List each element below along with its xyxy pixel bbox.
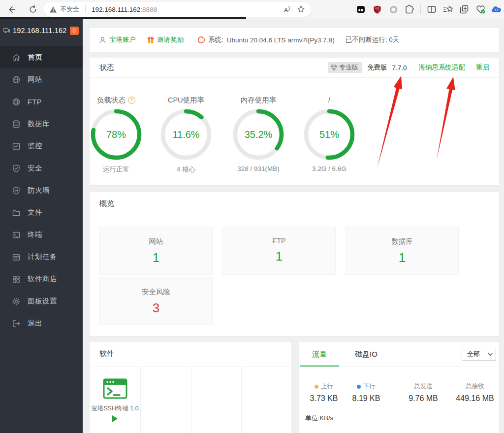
gift-icon	[147, 36, 155, 44]
sidebar-item-label: 退出	[28, 319, 42, 328]
interface-filter-select[interactable]: 全部	[462, 348, 496, 361]
sidebar-item-firewall[interactable]: 防火墙	[0, 179, 83, 201]
tab-disk-io[interactable]: 磁盘IO	[344, 342, 388, 366]
card-value: 1	[346, 250, 458, 266]
traffic-panel: 流量 磁盘IO 全部 上行 3.73 KB 下行 8.19 KB 总发送 9.7…	[299, 342, 499, 433]
reader-extension-icon[interactable]	[355, 4, 366, 15]
sidebar-item-label: 安全	[28, 164, 42, 173]
browser-essentials-icon[interactable]	[475, 4, 486, 15]
sidebar-item-website[interactable]: 网站	[0, 68, 83, 91]
sidebar-item-files[interactable]: 文件	[0, 201, 83, 224]
card-value: 1	[100, 250, 212, 266]
gear-icon	[12, 297, 21, 306]
sidebar-item-security[interactable]: 安全	[0, 157, 83, 179]
account-label: 宝塔账户	[109, 35, 136, 44]
sidebar-item-settings[interactable]: 面板设置	[0, 290, 83, 312]
software-item-ssh-terminal[interactable]: 宝塔SSH终端 1.0	[90, 366, 140, 433]
sidebar-item-label: 监控	[28, 141, 42, 151]
card-value: 1	[223, 249, 335, 264]
server-monitor-icon	[3, 26, 10, 35]
ftp-globe-icon	[12, 98, 21, 106]
grid-divider	[191, 366, 191, 433]
chevron-down-icon	[488, 353, 493, 356]
sidebar-item-label: 防火墙	[28, 186, 50, 195]
system-info: 系统: Ubuntu 20.04.6 LTS armv7l(Py3.7.8)	[197, 35, 335, 44]
play-icon[interactable]	[112, 415, 118, 422]
edition-label: 免费版	[367, 63, 387, 72]
tab-traffic[interactable]: 流量	[300, 342, 339, 366]
sidebar-item-appstore[interactable]: 软件商店	[0, 268, 83, 290]
extensions-puzzle-icon[interactable]	[404, 4, 415, 15]
collections-icon[interactable]	[442, 4, 453, 15]
gauge-load: 负载状态? 78% 运行正常	[79, 95, 153, 174]
sidebar-item-home[interactable]: 首页	[0, 46, 83, 68]
grid-divider	[140, 366, 141, 433]
split-screen-icon[interactable]	[426, 4, 437, 15]
card-value: 3	[100, 300, 212, 316]
gauge-cpu: CPU使用率 11.6% 4 核心	[149, 95, 223, 174]
favorite-star-icon[interactable]	[297, 5, 305, 13]
overview-card-security-risk[interactable]: 安全风险 3	[99, 277, 213, 325]
card-label: 网站	[100, 237, 212, 246]
traffic-tabs: 流量 磁盘IO 全部	[299, 342, 499, 366]
gauge-title: 内存使用率	[241, 96, 277, 105]
gauge-caption: 运行正常	[79, 165, 153, 174]
terminal-icon	[12, 231, 21, 239]
refresh-icon[interactable]	[26, 2, 40, 17]
sidebar-item-ftp[interactable]: FTP	[0, 91, 83, 113]
ublock-shield-icon[interactable]: UO	[372, 4, 382, 15]
profile-cloud-icon[interactable]	[491, 4, 502, 15]
invite-reward-link[interactable]: 邀请奖励	[147, 35, 184, 44]
shield-check-icon	[12, 164, 21, 173]
url-port: :8888	[140, 6, 157, 13]
message-count-badge[interactable]: 0	[70, 27, 79, 35]
globe-icon	[12, 75, 21, 84]
database-icon	[12, 120, 21, 129]
sidebar-item-monitor[interactable]: 监控	[0, 135, 83, 157]
home-icon	[12, 53, 21, 62]
address-bar[interactable]: 不安全 192.168.111.162 :8888 A)	[43, 2, 311, 17]
sidebar-item-label: 网站	[28, 75, 42, 84]
ring-extension-icon[interactable]	[388, 4, 399, 15]
server-ip-header[interactable]: 192.168.111.162 0	[0, 19, 83, 35]
pro-version-badge[interactable]: 专业版	[328, 62, 362, 73]
sidebar: 192.168.111.162 0 首页 网站 FTP 数据库 监控 安全	[0, 19, 83, 433]
sidebar-item-logout[interactable]: 退出	[0, 312, 83, 334]
sidebar-item-cron[interactable]: 计划任务	[0, 246, 83, 268]
card-label: FTP	[223, 237, 335, 245]
server-ip: 192.168.111.162	[13, 27, 67, 34]
sidebar-item-terminal[interactable]: 终端	[0, 224, 83, 246]
overview-card-website[interactable]: 网站 1	[99, 227, 213, 275]
svg-text:UO: UO	[375, 6, 379, 9]
security-label: 不安全	[60, 5, 79, 14]
gauge-caption: 3.2G / 6.6G	[292, 165, 366, 172]
gauge-memory: 内存使用率 35.2% 328 / 931(MB)	[221, 95, 295, 172]
grid-divider	[241, 366, 242, 433]
restart-link[interactable]: 重启	[476, 63, 489, 72]
ssh-terminal-app-icon	[101, 375, 129, 402]
chart-monitor-icon	[12, 142, 21, 151]
window-edge-strip	[0, 17, 246, 19]
help-icon[interactable]: ?	[128, 97, 135, 104]
logout-icon	[12, 319, 21, 328]
panel-version: 7.7.0	[392, 64, 407, 71]
card-label: 安全风险	[100, 287, 212, 297]
stat-upstream: 上行 3.73 KB	[304, 382, 344, 403]
duplicate-tab-icon[interactable]	[459, 4, 470, 15]
gauge-caption: 328 / 931(MB)	[221, 165, 295, 172]
software-panel: 软件 宝塔SSH终端 1.0	[90, 342, 291, 433]
overview-card-ftp[interactable]: FTP 1	[222, 227, 336, 275]
status-title: 状态	[99, 63, 114, 72]
back-icon[interactable]	[4, 2, 19, 17]
read-aloud-icon[interactable]: A)	[284, 5, 290, 14]
gauge-value: 51%	[303, 108, 355, 161]
sidebar-item-label: 面板设置	[28, 297, 57, 306]
hinas-adapt-link[interactable]: 海纳思系统适配	[419, 63, 466, 72]
stat-total-received: 总接收 449.16 MB	[453, 382, 497, 403]
gauge-caption: 4 核心	[149, 165, 223, 174]
sidebar-item-database[interactable]: 数据库	[0, 113, 83, 135]
baota-account-link[interactable]: 宝塔账户	[98, 35, 136, 44]
gauge-value: 11.6%	[160, 108, 212, 161]
overview-card-database[interactable]: 数据库 1	[346, 227, 459, 275]
unit-label: 单位:KB/s	[305, 414, 333, 423]
